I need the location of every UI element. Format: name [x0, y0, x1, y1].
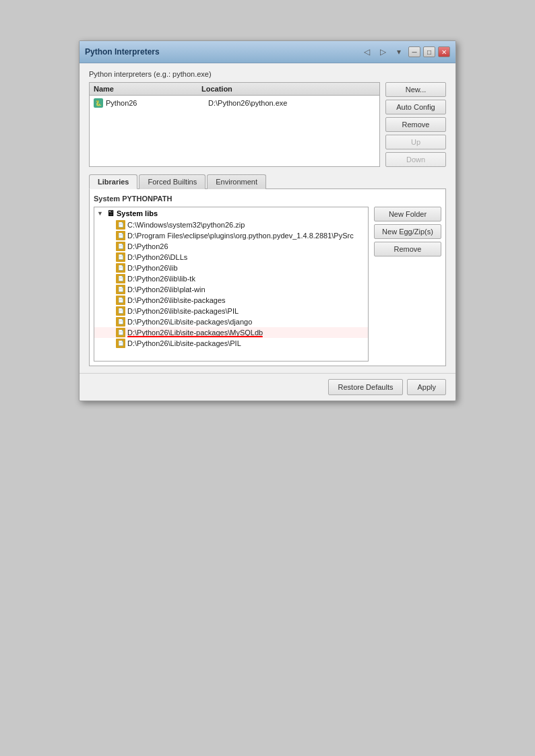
dropdown-icon[interactable]: ▾	[392, 45, 406, 59]
lib-icon: 📄	[116, 242, 125, 251]
restore-defaults-button[interactable]: Restore Defaults	[328, 379, 404, 395]
interpreter-location: D:\Python26\python.exe	[208, 99, 375, 107]
auto-config-button[interactable]: Auto Config	[385, 100, 446, 114]
up-button[interactable]: Up	[385, 135, 446, 149]
pythonpath-label: System PYTHONPATH	[94, 193, 441, 204]
down-button[interactable]: Down	[385, 152, 446, 167]
path-text: D:\Python26\lib	[127, 264, 178, 272]
new-egg-button[interactable]: New Egg/Zip(s)	[374, 224, 441, 239]
tree-panel: ▼ 🖥 System libs 📄 C:\Windows\system32\py…	[94, 207, 369, 362]
list-item[interactable]: 📄 D:\Python26\lib\site-packages\PIL	[94, 306, 368, 316]
path-text: D:\Python26\Lib\site-packages\MySQLdb	[127, 329, 263, 337]
new-button[interactable]: New...	[385, 82, 446, 97]
list-item-highlighted[interactable]: 📄 D:\Python26\Lib\site-packages\MySQLdb	[94, 327, 368, 338]
pythonpath-remove-button[interactable]: Remove	[374, 242, 441, 256]
list-item[interactable]: 📄 D:\Python26\lib\lib-tk	[94, 273, 368, 284]
lib-icon: 📄	[116, 296, 125, 305]
title-bar-controls: ◁ ▷ ▾ ─ □ ✕	[360, 45, 450, 59]
interpreter-name: Python26	[106, 99, 206, 107]
remove-button[interactable]: Remove	[385, 117, 446, 132]
forward-icon[interactable]: ▷	[376, 45, 389, 59]
path-text: C:\Windows\system32\python26.zip	[127, 221, 245, 229]
path-text: D:\Program Files\eclipse\plugins\org.pyt…	[127, 232, 354, 240]
tab-environment[interactable]: Environment	[207, 174, 266, 189]
col-name: Name	[94, 85, 201, 93]
apply-button[interactable]: Apply	[407, 379, 446, 395]
lib-icon: 📄	[116, 252, 125, 262]
pythonpath-buttons: New Folder New Egg/Zip(s) Remove	[374, 207, 441, 362]
col-location: Location	[201, 85, 375, 93]
table-row[interactable]: 🐍 Python26 D:\Python26\python.exe	[91, 97, 378, 109]
path-text: D:\Python26\lib\site-packages	[127, 296, 226, 304]
close-button[interactable]: ✕	[438, 46, 450, 57]
folder-icon: 🖥	[106, 209, 115, 218]
lib-icon: 📄	[116, 285, 125, 294]
expand-icon: ▼	[97, 210, 103, 217]
list-item[interactable]: 📄 D:\Python26\DLLs	[94, 252, 368, 263]
path-text: D:\Python26\DLLs	[127, 253, 187, 261]
list-item[interactable]: 📄 D:\Program Files\eclipse\plugins\org.p…	[94, 230, 368, 241]
lib-icon: 📄	[116, 317, 125, 327]
system-libs-root[interactable]: ▼ 🖥 System libs	[94, 207, 368, 219]
lib-icon: 📄	[116, 339, 125, 348]
path-text: D:\Python26\lib\plat-win	[127, 285, 206, 294]
lib-icon: 📄	[116, 263, 125, 273]
tabs-bar: Libraries Forced Builtins Environment	[89, 174, 446, 189]
path-text: D:\Python26\Lib\site-packages\django	[127, 318, 252, 326]
tab-libraries[interactable]: Libraries	[89, 174, 137, 189]
table-body: 🐍 Python26 D:\Python26\python.exe	[90, 96, 379, 110]
list-item[interactable]: 📄 D:\Python26\lib	[94, 263, 368, 273]
tab-content: System PYTHONPATH ▼ 🖥 System libs 📄 C:\W…	[89, 189, 446, 366]
list-item[interactable]: 📄 C:\Windows\system32\python26.zip	[94, 219, 368, 230]
red-underline	[127, 336, 263, 337]
dialog-footer: Restore Defaults Apply	[80, 373, 455, 401]
maximize-button[interactable]: □	[423, 46, 435, 57]
interpreters-table: Name Location 🐍 Python26 D:\Python26\pyt…	[89, 82, 380, 167]
dialog-title: Python Interpreters	[85, 47, 160, 57]
list-item[interactable]: 📄 D:\Python26	[94, 241, 368, 252]
interpreter-side-buttons: New... Auto Config Remove Up Down	[385, 82, 446, 167]
list-item-duplicate[interactable]: 📄 D:\Python26\Lib\site-packages\PIL	[94, 338, 368, 349]
list-item[interactable]: 📄 D:\Python26\lib\site-packages	[94, 295, 368, 306]
system-libs-label: System libs	[117, 209, 158, 217]
lib-icon: 📄	[116, 274, 125, 283]
title-bar-left: Python Interpreters	[85, 47, 160, 57]
path-text: D:\Python26\lib\site-packages\PIL	[127, 307, 239, 315]
lib-icon: 📄	[116, 328, 125, 337]
interpreters-label: Python interpreters (e.g.: python.exe)	[89, 70, 446, 78]
dialog-content: Python interpreters (e.g.: python.exe) N…	[80, 63, 455, 373]
list-item[interactable]: 📄 D:\Python26\Lib\site-packages\django	[94, 316, 368, 327]
new-folder-button[interactable]: New Folder	[374, 207, 441, 221]
back-icon[interactable]: ◁	[360, 45, 373, 59]
table-header: Name Location	[90, 83, 379, 96]
interpreters-panel: Name Location 🐍 Python26 D:\Python26\pyt…	[89, 82, 446, 167]
python-interpreters-dialog: Python Interpreters ◁ ▷ ▾ ─ □ ✕ Python i…	[79, 40, 456, 401]
python-icon: 🐍	[94, 98, 103, 108]
path-text: D:\Python26	[127, 242, 168, 250]
path-text: D:\Python26\lib\lib-tk	[127, 275, 195, 283]
path-text: D:\Python26\Lib\site-packages\PIL	[127, 339, 241, 347]
lib-icon: 📄	[116, 231, 125, 240]
minimize-button[interactable]: ─	[408, 46, 420, 57]
tab-forced-builtins[interactable]: Forced Builtins	[139, 174, 206, 189]
lib-icon: 📄	[116, 220, 125, 230]
list-item[interactable]: 📄 D:\Python26\lib\plat-win	[94, 284, 368, 295]
title-bar: Python Interpreters ◁ ▷ ▾ ─ □ ✕	[80, 41, 455, 63]
lib-icon: 📄	[116, 306, 125, 316]
pythonpath-panel: ▼ 🖥 System libs 📄 C:\Windows\system32\py…	[94, 207, 441, 362]
